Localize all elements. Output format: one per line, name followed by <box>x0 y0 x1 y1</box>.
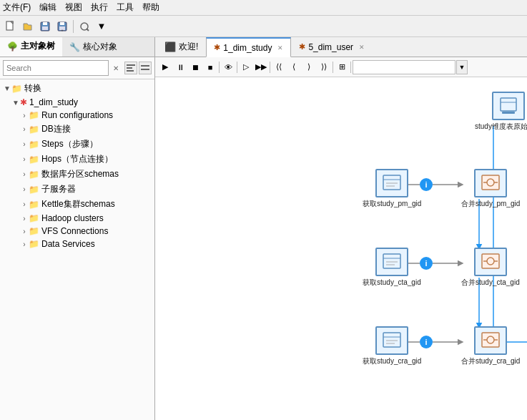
canvas-sep1 <box>219 62 220 73</box>
node-box-merge-pm-gid <box>474 169 507 197</box>
info-dot-cra: i <box>420 336 433 348</box>
info-icon-cra: i <box>420 336 433 348</box>
new-button[interactable] <box>3 19 19 34</box>
node-merge-cra-gid[interactable]: 合并study_cra_gid <box>461 326 520 366</box>
fwd2-button[interactable]: ⟩⟩ <box>317 60 331 74</box>
search-collapse-button[interactable] <box>139 62 152 74</box>
tree-item-kettle-schemas[interactable]: › 📁 Kettle集群schemas <box>0 197 154 212</box>
node-get-cta-gid[interactable]: 获取study_cta_gid <box>363 248 421 288</box>
stop2-button[interactable]: ■ <box>203 60 217 74</box>
node-study-raw[interactable]: study维度表原始数据 <box>475 92 527 132</box>
menu-file[interactable]: 文件(F) <box>3 1 31 14</box>
step-run2-button[interactable]: ▶▶ <box>254 60 268 74</box>
toolbar-sep1 <box>73 20 74 33</box>
stop-button[interactable]: ⏹ <box>188 60 202 74</box>
transform-tab-icon2: ✱ <box>299 42 305 52</box>
svg-rect-13 <box>127 70 134 72</box>
save-button[interactable] <box>37 19 53 34</box>
svg-rect-4 <box>42 26 48 30</box>
canvas-area[interactable]: study维度表原始数据 dim_study表数据输入 获取study_pm_g… <box>155 77 527 420</box>
canvas-sep3 <box>270 62 270 73</box>
tree-item-data-services[interactable]: › 📁 Data Services <box>0 238 154 250</box>
node-get-pm-gid[interactable]: 获取study_pm_gid <box>363 169 421 209</box>
search-input[interactable] <box>3 60 109 76</box>
dropdown-button[interactable]: ▼ <box>94 19 109 34</box>
node-label-merge-pm-gid: 合并study_pm_gid <box>461 199 520 209</box>
info-icon-pm: i <box>420 178 433 191</box>
svg-rect-28 <box>501 98 516 111</box>
node-box-study-raw <box>492 92 525 120</box>
left-panel: 🌳 主对象树 🔧 核心对象 ✕ <box>0 37 155 420</box>
tab-welcome[interactable]: ⬛ 欢迎! <box>157 37 206 57</box>
svg-rect-15 <box>141 69 149 70</box>
canvas-sep2 <box>237 62 237 73</box>
folder-icon: 📁 <box>29 200 39 210</box>
svg-rect-11 <box>127 64 135 66</box>
preview-button[interactable]: 👁 <box>221 60 235 74</box>
zoom-input[interactable]: 100% <box>353 60 455 74</box>
toggle-icon: › <box>20 240 29 248</box>
tree-item-db-conn[interactable]: › 📁 DB连接 <box>0 122 154 137</box>
toggle-icon: ▼ <box>11 99 20 107</box>
svg-rect-6 <box>60 22 64 25</box>
menu-edit[interactable]: 编辑 <box>39 1 56 14</box>
back1-button[interactable]: ⟨⟨ <box>272 60 286 74</box>
tree-item-hops[interactable]: › 📁 Hops（节点连接） <box>0 152 154 167</box>
tree-item-hadoop[interactable]: › 📁 Hadoop clusters <box>0 212 154 225</box>
grid-button[interactable]: ⊞ <box>335 60 349 74</box>
tree-item-db-partitions[interactable]: › 📁 数据库分区schemas <box>0 167 154 182</box>
canvas-sep4 <box>333 62 333 73</box>
explore-button[interactable] <box>77 19 92 34</box>
open-button[interactable] <box>20 19 36 34</box>
search-expand-button[interactable] <box>124 62 137 74</box>
fwd1-button[interactable]: ⟩ <box>302 60 316 74</box>
folder-icon: 📁 <box>29 140 39 150</box>
node-merge-cta-gid[interactable]: 合并study_cta_gid <box>461 248 520 288</box>
menu-run[interactable]: 执行 <box>91 1 108 14</box>
tree-item-steps[interactable]: › 📁 Steps（步骤） <box>0 137 154 152</box>
pause-button[interactable]: ⏸ <box>173 60 187 74</box>
info-dot-pm: i <box>420 178 433 191</box>
tab-5-dim-user[interactable]: ✱ 5_dim_user ✕ <box>291 37 373 57</box>
svg-rect-56 <box>383 333 400 347</box>
tab-main-objects[interactable]: 🌳 主对象树 <box>0 37 62 57</box>
svg-rect-34 <box>383 175 400 190</box>
canvas-sep5 <box>350 62 351 73</box>
tab-close-button[interactable]: ✕ <box>277 44 283 52</box>
tree-item-run-configs[interactable]: › 📁 Run configurations <box>0 109 154 122</box>
tree-item-1-dim-study[interactable]: ▼ ✱ 1_dim_study <box>0 96 154 109</box>
node-box-get-cta-gid <box>375 248 408 276</box>
toggle-icon: › <box>20 155 29 163</box>
canvas-toolbar: ▶ ⏸ ⏹ ■ 👁 ▷ ▶▶ ⟨⟨ ⟨ ⟩ ⟩⟩ ⊞ 100% ▼ <box>155 57 527 77</box>
menu-help[interactable]: 帮助 <box>142 1 159 14</box>
node-merge-pm-gid[interactable]: 合并study_pm_gid <box>461 169 520 209</box>
folder-icon: 📁 <box>29 155 39 165</box>
node-label-get-pm-gid: 获取study_pm_gid <box>363 199 421 209</box>
tree-item-vfs[interactable]: › 📁 VFS Connections <box>0 225 154 238</box>
node-get-cra-gid[interactable]: 获取study_cra_gid <box>363 326 421 366</box>
tab-1-dim-study[interactable]: ✱ 1_dim_study ✕ <box>206 37 291 57</box>
search-clear-button[interactable]: ✕ <box>110 62 122 74</box>
folder-icon: 📁 <box>29 239 39 249</box>
main-toolbar: + ▼ <box>0 16 527 37</box>
menu-view[interactable]: 视图 <box>65 1 82 14</box>
zoom-dropdown-button[interactable]: ▼ <box>456 60 468 74</box>
step-run-button[interactable]: ▷ <box>239 60 253 74</box>
tab-close-button2[interactable]: ✕ <box>359 44 365 51</box>
toggle-icon: › <box>20 125 29 133</box>
toggle-icon: › <box>20 170 29 178</box>
node-box-merge-cra-gid <box>474 326 507 355</box>
node-label-merge-cra-gid: 合并study_cra_gid <box>461 356 520 366</box>
tab-core-objects[interactable]: 🔧 核心对象 <box>62 37 124 57</box>
menu-tools[interactable]: 工具 <box>117 1 134 14</box>
run-button[interactable]: ▶ <box>158 60 172 74</box>
saveas-button[interactable]: + <box>54 19 70 34</box>
transform-icon: ✱ <box>20 97 27 107</box>
toggle-icon: › <box>20 140 29 148</box>
back2-button[interactable]: ⟨ <box>287 60 301 74</box>
svg-line-10 <box>87 29 89 31</box>
info-dot-cta: i <box>420 257 433 270</box>
welcome-icon: ⬛ <box>164 41 176 52</box>
tree-root-transforms[interactable]: ▼ 📁 转换 <box>0 81 154 96</box>
tree-item-subservers[interactable]: › 📁 子服务器 <box>0 182 154 197</box>
